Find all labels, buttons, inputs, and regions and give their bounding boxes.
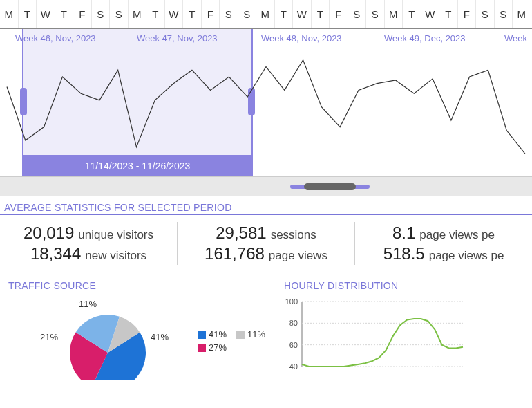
traffic-source-pie: 11% 21% 41% 41%11%27% bbox=[4, 297, 252, 380]
pie-label-21: 21% bbox=[40, 332, 58, 342]
stat-line: 20,019unique visitors bbox=[12, 223, 164, 243]
dow-cell: T bbox=[55, 0, 74, 28]
stat-number: 8.1 bbox=[392, 223, 415, 242]
stat-line: 518.5page views pe bbox=[368, 244, 520, 263]
dow-cell: S bbox=[495, 0, 513, 28]
dow-cell: S bbox=[238, 0, 257, 28]
dow-cell: F bbox=[73, 0, 92, 28]
stat-line: 29,581sessions bbox=[190, 223, 342, 243]
dow-cell: T bbox=[403, 0, 421, 28]
stat-label: unique visitors bbox=[78, 228, 153, 241]
stat-number: 518.5 bbox=[383, 244, 425, 263]
stat-col-2: 29,581sessions161,768page views bbox=[178, 222, 355, 265]
dow-cell: T bbox=[146, 0, 165, 28]
dow-cell: S bbox=[92, 0, 111, 28]
dow-cell: W bbox=[421, 0, 440, 28]
dow-cell: T bbox=[183, 0, 202, 28]
dow-cell: T bbox=[312, 0, 330, 28]
y-tick-label: 40 bbox=[289, 362, 298, 371]
stats-section-title: AVERAGE STATISTICS FOR SELECTED PERIOD bbox=[0, 196, 532, 215]
hourly-dist-chart: 406080100 bbox=[280, 297, 528, 380]
stat-label: page views bbox=[269, 249, 327, 262]
legend-row: 41%11% bbox=[198, 329, 272, 340]
dow-header: MTWTFSSMTWTFSSMTWTFSSMTWTFSSMT bbox=[0, 0, 532, 29]
stat-label: sessions bbox=[271, 228, 316, 241]
week-label: Week 48, Nov, 2023 bbox=[261, 33, 342, 44]
dow-cell: W bbox=[37, 0, 55, 28]
dow-cell: S bbox=[220, 0, 238, 28]
dow-cell: S bbox=[366, 0, 385, 28]
hourly-svg: 406080100 bbox=[280, 297, 466, 373]
stat-line: 8.1page views pe bbox=[368, 223, 520, 243]
stat-number: 161,768 bbox=[205, 244, 265, 263]
dow-cell: W bbox=[165, 0, 184, 28]
timeline-scrollbar[interactable] bbox=[0, 177, 532, 196]
hourly-dist-title: HOURLY DISTRIBUTION bbox=[280, 275, 528, 293]
dow-cell: S bbox=[348, 0, 367, 28]
dow-cell: M bbox=[256, 0, 275, 28]
stat-line: 18,344new visitors bbox=[12, 244, 164, 263]
week-label: Week bbox=[504, 33, 527, 44]
legend-swatch bbox=[236, 331, 245, 339]
week-label: Week 49, Dec, 2023 bbox=[384, 33, 466, 44]
legend-swatch bbox=[198, 344, 206, 352]
stat-label: page views pe bbox=[419, 228, 495, 241]
stat-line: 161,768page views bbox=[190, 244, 342, 263]
stat-col-1: 20,019unique visitors18,344new visitors bbox=[0, 222, 178, 265]
dow-cell: M bbox=[513, 0, 531, 28]
traffic-source-title: TRAFFIC SOURCE bbox=[4, 275, 252, 293]
dow-cell: W bbox=[293, 0, 312, 28]
dow-cell: M bbox=[129, 0, 147, 28]
stat-label: new visitors bbox=[85, 249, 146, 262]
stat-number: 20,019 bbox=[23, 223, 74, 242]
scrollbar-thumb[interactable] bbox=[304, 183, 356, 190]
y-tick-label: 60 bbox=[289, 341, 298, 349]
stat-label: page views pe bbox=[429, 249, 504, 262]
stat-number: 18,344 bbox=[30, 244, 81, 263]
legend-text: 27% bbox=[209, 342, 227, 353]
legend-text: 11% bbox=[247, 329, 265, 340]
timeline-sparkline bbox=[0, 50, 532, 167]
legend-text: 41% bbox=[209, 329, 227, 340]
pie-label-11: 11% bbox=[79, 299, 97, 309]
y-tick-label: 100 bbox=[285, 297, 298, 306]
dow-cell: M bbox=[385, 0, 403, 28]
stat-number: 29,581 bbox=[216, 223, 266, 242]
dow-cell: S bbox=[476, 0, 495, 28]
pie-legend: 41%11%27% bbox=[198, 329, 272, 355]
legend-swatch bbox=[198, 331, 206, 339]
stats-row: 20,019unique visitors18,344new visitors … bbox=[0, 215, 532, 275]
dow-cell: T bbox=[19, 0, 37, 28]
stat-col-3: 8.1page views pe518.5page views pe bbox=[355, 222, 532, 265]
timeline-chart[interactable]: Week 46, Nov, 2023Week 47, Nov, 2023Week… bbox=[0, 29, 532, 177]
legend-row: 27% bbox=[198, 342, 272, 353]
dow-cell: T bbox=[439, 0, 458, 28]
dow-cell: M bbox=[0, 0, 19, 28]
dow-cell: S bbox=[110, 0, 129, 28]
dow-cell: T bbox=[275, 0, 294, 28]
y-tick-label: 80 bbox=[289, 319, 298, 327]
pie-label-41: 41% bbox=[151, 332, 169, 342]
dow-cell: F bbox=[458, 0, 477, 28]
dow-cell: F bbox=[330, 0, 348, 28]
dow-cell: F bbox=[202, 0, 220, 28]
